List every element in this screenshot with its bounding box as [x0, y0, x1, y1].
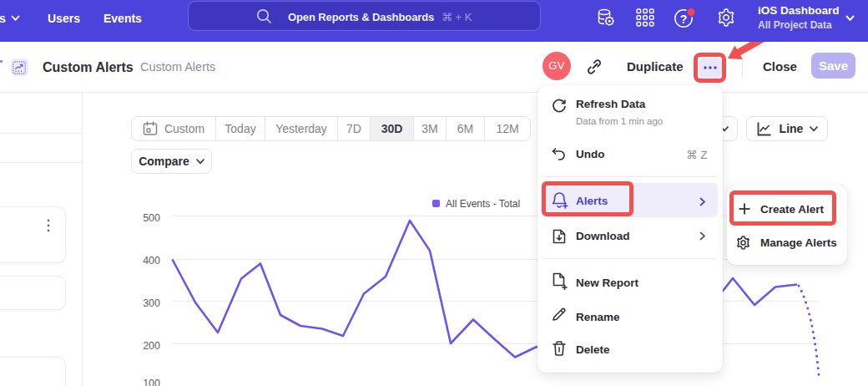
svg-text:?: ?	[680, 13, 688, 26]
